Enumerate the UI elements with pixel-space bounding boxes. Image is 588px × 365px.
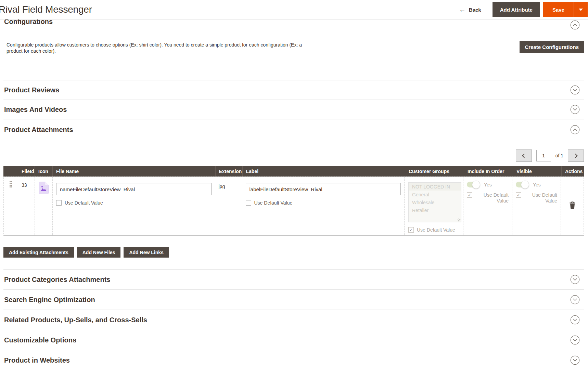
section-row-images-and-videos[interactable]: Images And Videos (3, 100, 584, 119)
extension-cell: jpg (215, 177, 242, 235)
attachments-table: FileId Icon File Name Extension Label Cu… (3, 166, 584, 236)
file-id-cell: 33 (18, 177, 35, 235)
expand-product-categories-attachments-button[interactable] (570, 275, 580, 284)
header-actions: ← Back Add Attribute Save (459, 2, 588, 17)
image-file-icon (38, 181, 49, 195)
page-total-label: of 1 (555, 153, 563, 158)
next-page-button[interactable] (568, 149, 584, 162)
configurations-body: Configurable products allow customers to… (3, 42, 584, 80)
drag-cell (4, 177, 18, 235)
save-split-button: Save (543, 2, 588, 17)
include-in-order-use-default: Use Default Value (467, 192, 509, 204)
column-header-actions: Actions (561, 166, 584, 177)
section-row-customizable-options[interactable]: Customizable Options (3, 330, 584, 350)
product-attachments-heading-row[interactable]: Product Attachments (3, 119, 584, 140)
add-existing-attachments-button[interactable]: Add Existing Attachments (3, 247, 74, 258)
use-default-label: Use Default Value (524, 192, 557, 204)
customizable-options-heading: Customizable Options (4, 336, 76, 344)
attachments-table-header: FileId Icon File Name Extension Label Cu… (3, 166, 584, 177)
chevron-down-circle-icon (570, 355, 580, 365)
table-row: 33 Use Default Value (3, 177, 584, 236)
chevron-right-icon (573, 154, 578, 158)
customer-groups-use-default: Use Default Value (408, 227, 461, 233)
section-row-product-categories-attachments[interactable]: Product Categories Attachments (3, 269, 584, 289)
expand-search-engine-optimization-button[interactable] (570, 295, 580, 304)
back-arrow-icon: ← (459, 6, 466, 13)
page-title: Rival Field Messenger (0, 4, 92, 15)
section-row-product-reviews[interactable]: Product Reviews (3, 80, 584, 100)
include-in-order-use-default-checkbox[interactable] (467, 192, 472, 198)
trash-icon (570, 201, 575, 209)
caret-down-icon (579, 9, 583, 11)
column-header-extension: Extension (215, 166, 242, 177)
collapse-configurations-button[interactable] (570, 20, 580, 30)
save-button[interactable]: Save (543, 2, 574, 17)
use-default-label: Use Default Value (254, 200, 293, 206)
include-in-order-value: Yes (484, 182, 492, 187)
customer-group-option: Retailer (409, 206, 461, 214)
column-header-icon: Icon (35, 166, 52, 177)
images-and-videos-heading: Images And Videos (4, 106, 67, 114)
chevron-left-icon (522, 154, 526, 158)
section-configurations: Configurations Configurable products all… (3, 19, 584, 80)
column-header-label: Label (242, 166, 405, 177)
column-header-customer-groups: Customer Groups (405, 166, 464, 177)
actions-cell (561, 177, 584, 235)
drag-handle[interactable] (10, 181, 12, 231)
expand-customizable-options-button[interactable] (570, 335, 580, 345)
customer-groups-use-default-checkbox[interactable] (408, 227, 414, 233)
label-use-default-checkbox[interactable] (246, 200, 251, 206)
collapse-product-attachments-button[interactable] (570, 125, 580, 134)
product-attachments-heading: Product Attachments (4, 126, 73, 134)
column-header-visible: Visible (513, 166, 561, 177)
add-new-files-button[interactable]: Add New Files (77, 247, 121, 258)
save-options-button[interactable] (574, 2, 588, 17)
label-input[interactable] (246, 183, 401, 195)
visible-toggle-row: Yes (516, 182, 557, 187)
related-products-heading: Related Products, Up-Sells, and Cross-Se… (4, 316, 147, 324)
label-use-default: Use Default Value (246, 200, 401, 206)
section-row-product-in-websites[interactable]: Product in Websites (3, 350, 584, 365)
previous-page-button[interactable] (516, 149, 532, 162)
section-product-attachments: Product Attachments of 1 FileId I (3, 119, 584, 269)
configurations-heading: Configurations (4, 19, 584, 26)
customer-group-option: NOT LOGGED IN (409, 183, 461, 191)
include-in-order-cell: Yes Use Default Value (463, 177, 512, 235)
product-reviews-heading: Product Reviews (4, 86, 59, 94)
section-row-search-engine-optimization[interactable]: Search Engine Optimization (3, 289, 584, 310)
column-header-file-name: File Name (52, 166, 215, 177)
add-attribute-button[interactable]: Add Attribute (493, 2, 540, 17)
page-number-input[interactable] (536, 150, 551, 161)
main-content: Configurations Configurable products all… (0, 19, 588, 365)
chevron-up-circle-icon (570, 20, 580, 30)
delete-attachment-button[interactable] (570, 201, 575, 209)
include-in-order-toggle-row: Yes (467, 182, 509, 187)
expand-related-products-button[interactable] (570, 315, 580, 325)
back-label: Back (469, 7, 481, 13)
create-configurations-button[interactable]: Create Configurations (520, 41, 584, 53)
search-engine-optimization-heading: Search Engine Optimization (4, 296, 95, 304)
visible-use-default-checkbox[interactable] (516, 192, 521, 198)
customer-groups-multiselect: NOT LOGGED IN General Wholesale Retailer (408, 182, 461, 222)
product-categories-attachments-heading: Product Categories Attachments (4, 276, 110, 284)
add-new-links-button[interactable]: Add New Links (124, 247, 169, 258)
include-in-order-toggle (467, 182, 480, 187)
back-button[interactable]: ← Back (459, 6, 481, 13)
expand-product-reviews-button[interactable] (570, 85, 580, 95)
chevron-down-circle-icon (570, 335, 580, 345)
page-header: Rival Field Messenger ← Back Add Attribu… (0, 0, 588, 19)
expand-images-and-videos-button[interactable] (570, 105, 580, 114)
visible-cell: Yes Use Default Value (512, 177, 561, 235)
expand-product-in-websites-button[interactable] (570, 355, 580, 365)
use-default-label: Use Default Value (65, 200, 103, 206)
configurations-heading-row[interactable]: Configurations (3, 19, 584, 26)
file-name-use-default-checkbox[interactable] (56, 200, 62, 206)
chevron-down-circle-icon (570, 315, 580, 325)
visible-value: Yes (533, 182, 541, 187)
column-header-drag (3, 166, 18, 177)
file-name-input[interactable] (56, 183, 212, 195)
pagination: of 1 (3, 149, 584, 162)
section-row-related-products[interactable]: Related Products, Up-Sells, and Cross-Se… (3, 310, 584, 330)
chevron-up-circle-icon (570, 125, 580, 134)
product-in-websites-heading: Product in Websites (4, 356, 70, 364)
